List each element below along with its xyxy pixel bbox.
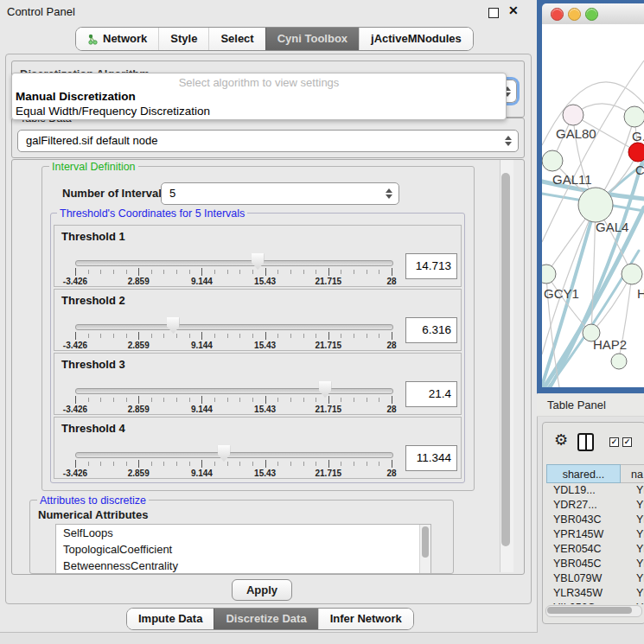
cell[interactable]: YBL079W	[546, 571, 626, 586]
menu-item-equal-width-frequency[interactable]: Equal Width/Frequency Discretization	[15, 105, 503, 118]
list-scrollbar-thumb[interactable]	[422, 526, 429, 558]
column-header-name[interactable]: na	[621, 464, 644, 483]
tab-impute-data[interactable]: Impute Data	[127, 609, 214, 629]
slider-track[interactable]	[75, 388, 393, 394]
tab-jactivemnodules[interactable]: jActiveMNodules	[359, 28, 473, 50]
slider-track[interactable]	[75, 324, 393, 330]
close-traffic-light[interactable]	[551, 8, 564, 21]
cell[interactable]: YPR1	[626, 527, 644, 542]
settings-scrollbar-thumb[interactable]	[501, 173, 510, 546]
node-gal11[interactable]	[542, 150, 563, 171]
close-icon[interactable]: ✕	[508, 3, 519, 17]
apply-button[interactable]: Apply	[232, 579, 292, 601]
threshold-value-field[interactable]: 6.316	[405, 317, 457, 343]
table-data-combo[interactable]: galFiltered.sif default node	[17, 130, 519, 152]
cell[interactable]: YIL0	[626, 601, 644, 604]
threshold-value-field[interactable]: 14.713	[405, 253, 457, 279]
slider-track[interactable]	[75, 452, 393, 458]
table-panel-titlebar: Table Panel	[537, 394, 644, 417]
table-horizontal-scrollbar-thumb[interactable]	[547, 607, 632, 614]
slider-thumb[interactable]	[319, 381, 332, 398]
tab-cyni-toolbox[interactable]: Cyni Toolbox	[265, 28, 359, 50]
threshold-value-field[interactable]: 11.344	[405, 445, 457, 471]
node-clipped-top-right[interactable]	[624, 106, 644, 127]
cell[interactable]: YBR045C	[546, 557, 626, 571]
node-bottom[interactable]	[611, 354, 627, 369]
cell[interactable]: YLR3	[626, 586, 644, 601]
columns-icon[interactable]	[577, 433, 594, 451]
tick-label: 21.715	[316, 469, 342, 478]
checkbox-icon[interactable]: ✓	[609, 437, 619, 447]
list-item[interactable]: BetweennessCentrality	[56, 558, 430, 574]
node-selected-red[interactable]	[628, 143, 644, 162]
table-row[interactable]: YDL19...YDL1	[546, 483, 644, 498]
network-graph[interactable]: GAL80 G. C GAL11 GAL4 GCY1 H HAP2	[542, 24, 644, 387]
cell[interactable]: YDR27...	[546, 498, 626, 513]
table-row[interactable]: YER054CYER0	[546, 542, 644, 557]
table-body[interactable]: YDL19...YDL1 YDR27...YDR2 YBR043CYBR0 YP…	[546, 483, 644, 604]
checkbox-icon[interactable]: ✓	[622, 437, 632, 447]
threshold-value-field[interactable]: 21.4	[405, 381, 457, 407]
cell[interactable]: YBR0	[626, 557, 644, 571]
cell[interactable]: YBR0	[626, 513, 644, 527]
float-window-icon[interactable]	[488, 8, 499, 18]
node-gal4[interactable]	[578, 188, 613, 222]
gear-icon[interactable]: ⚙	[554, 432, 568, 448]
table-row[interactable]: YIL052CYIL0	[546, 601, 644, 604]
network-window-titlebar[interactable]	[542, 3, 644, 25]
cell[interactable]: YDR2	[626, 498, 644, 513]
major-tick	[75, 268, 76, 276]
network-canvas[interactable]: GAL80 G. C GAL11 GAL4 GCY1 H HAP2	[542, 24, 644, 387]
slider-thumb[interactable]	[218, 445, 231, 462]
number-of-intervals-combo[interactable]: 5	[161, 182, 399, 205]
column-header-shared-name[interactable]: shared...	[546, 464, 621, 483]
panel-title: Control Panel	[7, 5, 75, 18]
dropdown-hint: Select algorithm to view settings	[12, 76, 506, 89]
cell[interactable]: YLR345W	[546, 586, 626, 601]
table-row[interactable]: YBR043CYBR0	[546, 513, 644, 527]
node-gal80[interactable]	[563, 105, 583, 125]
tick-label: 15.43	[254, 405, 276, 414]
table-row[interactable]: YBL079WYBL0	[546, 571, 644, 586]
cell[interactable]: YPR145W	[546, 527, 626, 542]
major-tick	[75, 332, 76, 340]
zoom-traffic-light[interactable]	[585, 8, 598, 21]
tab-discretize-data[interactable]: Discretize Data	[214, 609, 317, 629]
threshold-slider[interactable]: -3.426 2.859 9.144 15.43 21.715 28	[75, 316, 392, 350]
cell[interactable]: YER054C	[546, 542, 626, 557]
tick-label: 15.43	[254, 469, 276, 478]
table-row[interactable]: YPR145WYPR1	[546, 527, 644, 542]
node-right[interactable]	[622, 264, 642, 284]
list-item[interactable]: SelfLoops	[56, 525, 430, 541]
cell[interactable]: YBR043C	[546, 513, 626, 527]
tab-style[interactable]: Style	[158, 28, 208, 50]
cell[interactable]: YIL052C	[546, 601, 626, 604]
threshold-slider[interactable]: -3.426 2.859 9.144 15.43 21.715 28	[75, 252, 392, 286]
tab-infer-network[interactable]: Infer Network	[318, 609, 413, 629]
table-data-value: galFiltered.sif default node	[26, 131, 157, 151]
tab-label: Network	[103, 28, 147, 50]
table-row[interactable]: YBR045CYBR0	[546, 557, 644, 571]
list-scrollbar[interactable]	[419, 525, 430, 573]
cell[interactable]: YDL1	[626, 483, 644, 498]
tab-network[interactable]: Network	[76, 28, 158, 50]
tab-select[interactable]: Select	[208, 28, 265, 50]
threshold-slider[interactable]: -3.426 2.859 9.144 15.43 21.715 28	[75, 443, 392, 478]
slider-track[interactable]	[75, 260, 393, 266]
node-gcy1[interactable]	[542, 265, 556, 284]
list-item[interactable]: TopologicalCoefficient	[56, 541, 430, 558]
cell[interactable]: YER0	[626, 542, 644, 557]
table-horizontal-scrollbar[interactable]	[545, 605, 642, 617]
tick-label: 28	[386, 469, 396, 478]
menu-item-manual-discretization[interactable]: Manual Discretization	[15, 90, 503, 103]
cell[interactable]: YDL19...	[546, 483, 626, 498]
slider-thumb[interactable]	[167, 317, 180, 334]
slider-thumb[interactable]	[252, 253, 265, 270]
minimize-traffic-light[interactable]	[568, 8, 581, 21]
cell[interactable]: YBL0	[626, 571, 644, 586]
threshold-slider[interactable]: -3.426 2.859 9.144 15.43 21.715 28	[75, 379, 392, 414]
table-row[interactable]: YLR345WYLR3	[546, 586, 644, 601]
tab-label: Impute Data	[138, 609, 202, 629]
table-row[interactable]: YDR27...YDR2	[546, 498, 644, 513]
numerical-attributes-list[interactable]: SelfLoops TopologicalCoefficient Between…	[55, 524, 431, 574]
